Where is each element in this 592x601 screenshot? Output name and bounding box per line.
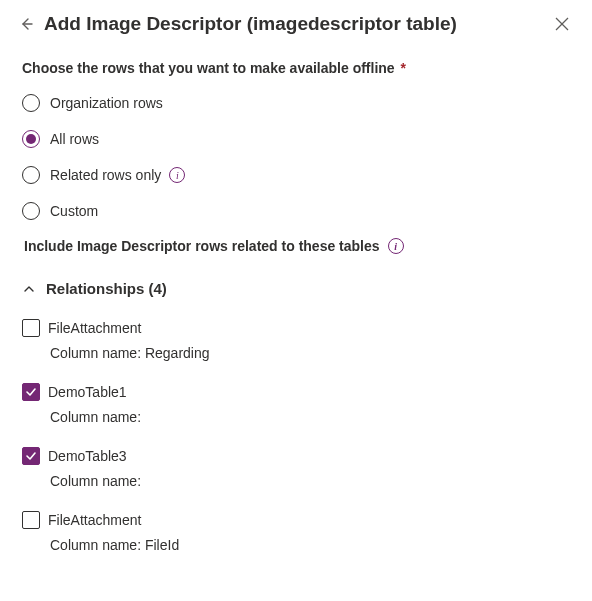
chevron-up-icon xyxy=(22,282,36,296)
relationship-item: FileAttachment Column name: FileId xyxy=(22,511,576,553)
relationship-row[interactable]: FileAttachment xyxy=(22,511,576,529)
relationships-section-toggle[interactable]: Relationships (4) xyxy=(22,280,576,297)
include-related-subhead: Include Image Descriptor rows related to… xyxy=(24,238,576,254)
relationship-name: FileAttachment xyxy=(48,512,141,528)
relationship-name: DemoTable1 xyxy=(48,384,127,400)
checkbox[interactable] xyxy=(22,319,40,337)
radio-icon xyxy=(22,94,40,112)
required-marker: * xyxy=(401,60,406,76)
relationships-list: FileAttachment Column name: Regarding De… xyxy=(22,319,576,553)
relationship-item: DemoTable3 Column name: xyxy=(22,447,576,489)
checkbox[interactable] xyxy=(22,511,40,529)
radio-all-rows[interactable]: All rows xyxy=(22,130,576,148)
row-scope-radio-group: Organization rows All rows Related rows … xyxy=(22,94,576,220)
check-icon xyxy=(25,386,37,398)
relationship-item: FileAttachment Column name: Regarding xyxy=(22,319,576,361)
relationship-row[interactable]: DemoTable3 xyxy=(22,447,576,465)
close-button[interactable] xyxy=(548,10,576,38)
subhead-text: Include Image Descriptor rows related to… xyxy=(24,238,380,254)
radio-label: Related rows only xyxy=(50,167,161,183)
relationship-row[interactable]: FileAttachment xyxy=(22,319,576,337)
checkbox[interactable] xyxy=(22,383,40,401)
back-button[interactable] xyxy=(16,14,36,34)
relationship-name: DemoTable3 xyxy=(48,448,127,464)
check-icon xyxy=(25,450,37,462)
prompt-label: Choose the rows that you want to make av… xyxy=(22,60,576,76)
dialog-header: Add Image Descriptor (imagedescriptor ta… xyxy=(16,10,576,38)
radio-label: Organization rows xyxy=(50,95,163,111)
prompt-text: Choose the rows that you want to make av… xyxy=(22,60,395,76)
relationship-column-label: Column name: Regarding xyxy=(50,345,576,361)
radio-custom[interactable]: Custom xyxy=(22,202,576,220)
checkbox[interactable] xyxy=(22,447,40,465)
relationship-column-label: Column name: xyxy=(50,473,576,489)
relationships-title: Relationships (4) xyxy=(46,280,167,297)
radio-related-rows-only[interactable]: Related rows only i xyxy=(22,166,576,184)
radio-icon xyxy=(22,202,40,220)
radio-icon xyxy=(22,130,40,148)
info-icon[interactable]: i xyxy=(169,167,185,183)
radio-label: Custom xyxy=(50,203,98,219)
info-icon[interactable]: i xyxy=(388,238,404,254)
close-icon xyxy=(555,17,569,31)
arrow-left-icon xyxy=(18,16,34,32)
relationship-row[interactable]: DemoTable1 xyxy=(22,383,576,401)
radio-organization-rows[interactable]: Organization rows xyxy=(22,94,576,112)
relationship-item: DemoTable1 Column name: xyxy=(22,383,576,425)
dialog-title: Add Image Descriptor (imagedescriptor ta… xyxy=(44,13,548,35)
dialog-root: Add Image Descriptor (imagedescriptor ta… xyxy=(0,0,592,601)
radio-label: All rows xyxy=(50,131,99,147)
relationship-column-label: Column name: FileId xyxy=(50,537,576,553)
radio-icon xyxy=(22,166,40,184)
relationship-column-label: Column name: xyxy=(50,409,576,425)
relationship-name: FileAttachment xyxy=(48,320,141,336)
